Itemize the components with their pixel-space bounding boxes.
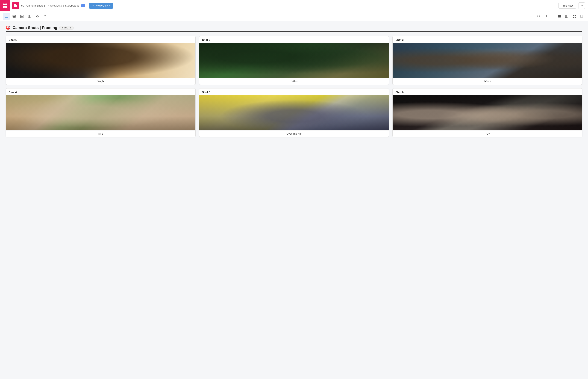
more-options-button[interactable]: ··· — [578, 2, 585, 9]
shot-4-label: OTS — [6, 130, 196, 137]
svg-rect-30 — [580, 15, 581, 17]
svg-rect-31 — [583, 15, 583, 17]
logo-icon — [2, 3, 8, 8]
shots-count-badge: 6 SHOTS — [59, 26, 74, 30]
list-view-toggle[interactable] — [556, 13, 563, 20]
breadcrumb: 50+ Camera Shots |.. › Shot Lists & Stor… — [21, 4, 85, 7]
help-button[interactable]: ? — [42, 13, 49, 20]
doc-icon-svg — [14, 4, 17, 8]
toolbar: ⚙ ? − + — [0, 11, 588, 21]
svg-rect-8 — [13, 16, 15, 16]
svg-rect-13 — [22, 16, 23, 18]
film-view-toggle[interactable] — [578, 13, 585, 20]
shot-1-header: Shot 1 — [6, 36, 196, 43]
grid-view-icon — [572, 15, 576, 18]
shot-6-header: Shot 6 — [392, 89, 582, 95]
shots-grid: Shot 1 Single Shot 2 2-Shot Shot 3 3-Sho… — [6, 36, 582, 137]
grid-icon — [20, 15, 24, 18]
shot-3-image — [392, 43, 582, 78]
svg-rect-25 — [573, 15, 574, 16]
shot-5-header: Shot 5 — [199, 89, 389, 95]
svg-rect-10 — [20, 15, 22, 16]
toolbar-right: − + — [527, 13, 585, 20]
svg-rect-18 — [558, 15, 561, 16]
shot-card-2[interactable]: Shot 2 2-Shot — [199, 36, 389, 85]
minus-icon: − — [530, 14, 532, 18]
search-icon — [537, 15, 540, 18]
print-view-button[interactable]: Print View — [558, 3, 576, 9]
svg-line-17 — [539, 17, 540, 17]
eye-icon: 👁 — [92, 4, 95, 7]
breadcrumb-doc[interactable]: 50+ Camera Shots |.. — [21, 4, 46, 7]
breadcrumb-section[interactable]: Shot Lists & Storyboards — [50, 4, 79, 7]
section-title: Camera Shots | Framing — [13, 25, 57, 30]
top-header: 50+ Camera Shots |.. › Shot Lists & Stor… — [0, 0, 588, 11]
gear-icon: ⚙ — [36, 14, 39, 18]
question-icon: ? — [44, 15, 46, 18]
svg-rect-12 — [20, 16, 22, 18]
svg-rect-2 — [3, 6, 5, 8]
shot-3-header: Shot 3 — [392, 36, 582, 43]
section-header: 🎯 Camera Shots | Framing 6 SHOTS — [6, 25, 582, 30]
svg-rect-26 — [574, 15, 576, 16]
view-only-button[interactable]: 👁 View Only ▾ — [89, 3, 113, 9]
svg-rect-7 — [13, 16, 15, 16]
svg-rect-9 — [13, 17, 15, 17]
svg-rect-1 — [5, 3, 7, 5]
version-badge: v0 — [81, 4, 85, 7]
shot-card-1[interactable]: Shot 1 Single — [6, 36, 196, 85]
doc-icon — [12, 2, 19, 9]
shot-4-image — [6, 95, 196, 130]
table-view-toggle[interactable] — [563, 13, 570, 20]
shot-card-3[interactable]: Shot 3 3-Shot — [392, 36, 582, 85]
breadcrumb-separator: › — [48, 4, 49, 7]
shot-card-4[interactable]: Shot 4 OTS — [6, 88, 196, 137]
chevron-down-icon: ▾ — [109, 4, 110, 7]
shot-5-label: Over-The-Hip — [199, 130, 389, 137]
shot-6-image — [392, 95, 582, 130]
settings-button[interactable]: ⚙ — [34, 13, 41, 20]
svg-rect-15 — [30, 15, 31, 18]
shot-2-header: Shot 2 — [199, 36, 389, 43]
shot-1-image — [6, 43, 196, 78]
shot-1-label: Single — [6, 78, 196, 85]
shot-card-6[interactable]: Shot 6 POV — [392, 88, 582, 137]
split-view-button[interactable] — [26, 13, 33, 20]
svg-rect-3 — [5, 6, 7, 8]
view-only-label: View Only — [96, 4, 108, 7]
svg-rect-19 — [558, 16, 561, 16]
shot-2-image — [199, 43, 389, 78]
sidebar-icon — [5, 15, 8, 18]
plus-icon: + — [545, 14, 548, 18]
section-icon: 🎯 — [6, 25, 10, 30]
zoom-icon-button[interactable] — [535, 13, 542, 20]
toolbar-divider — [552, 14, 552, 19]
sidebar-toggle-button[interactable] — [3, 13, 10, 20]
main-content: 🎯 Camera Shots | Framing 6 SHOTS Shot 1 … — [0, 21, 588, 379]
svg-rect-0 — [3, 3, 5, 5]
compact-view-button[interactable] — [11, 13, 18, 20]
shot-5-image — [199, 95, 389, 130]
shot-3-label: 3-Shot — [392, 78, 582, 85]
view-toggle-group — [556, 13, 585, 20]
section-divider — [6, 32, 582, 32]
table-icon — [565, 15, 569, 18]
list-icon — [558, 15, 561, 18]
shot-6-label: POV — [392, 130, 582, 137]
svg-rect-27 — [573, 16, 574, 18]
shot-2-label: 2-Shot — [199, 78, 389, 85]
grid-view-toggle[interactable] — [571, 13, 578, 20]
film-icon — [580, 15, 583, 18]
zoom-out-button[interactable]: − — [527, 13, 535, 20]
compact-icon — [12, 15, 16, 18]
shot-4-header: Shot 4 — [6, 89, 196, 95]
svg-rect-14 — [28, 15, 30, 18]
shot-card-5[interactable]: Shot 5 Over-The-Hip — [199, 88, 389, 137]
grid-view-button[interactable] — [18, 13, 25, 20]
svg-rect-4 — [5, 15, 8, 17]
app-logo — [0, 0, 10, 11]
split-icon — [28, 15, 32, 18]
svg-rect-20 — [558, 17, 561, 17]
svg-rect-28 — [574, 16, 576, 18]
zoom-in-button[interactable]: + — [543, 13, 550, 20]
